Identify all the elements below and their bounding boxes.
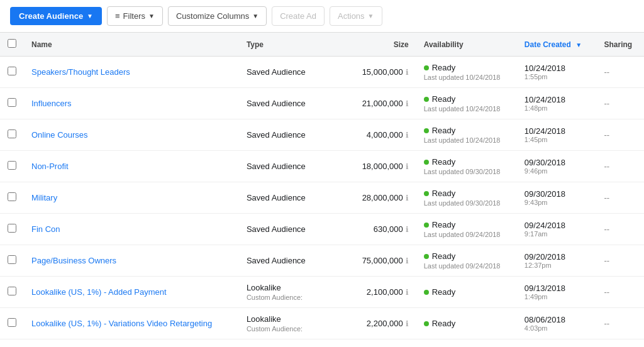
type-main: Saved Audience <box>247 162 318 171</box>
info-icon[interactable]: ℹ <box>406 131 409 140</box>
date-created-cell: 10/24/20181:45pm <box>517 119 597 151</box>
row-checkbox[interactable] <box>8 129 16 138</box>
audience-name-link[interactable]: Non-Profit <box>31 162 69 171</box>
info-icon[interactable]: ℹ <box>406 319 409 328</box>
audience-name-link[interactable]: Military <box>31 193 57 202</box>
date-created-column-header[interactable]: Date Created ▼ <box>517 33 597 57</box>
row-checkbox[interactable] <box>8 287 16 295</box>
audience-size-cell: 15,000,000ℹ <box>326 57 416 88</box>
time-value: 12:37pm <box>525 262 589 269</box>
info-icon[interactable]: ℹ <box>406 68 409 77</box>
type-sub: Custom Audience: <box>247 294 318 301</box>
table-row: Page/Business OwnersSaved Audience75,000… <box>0 245 644 277</box>
audience-type-cell: LookalikeCustom Audience: <box>239 308 326 339</box>
status-dot-icon <box>424 160 429 165</box>
audience-size-cell: 2,200,000ℹ <box>326 308 416 339</box>
audience-name-link[interactable]: Lookalike (US, 1%) - Variations Video Re… <box>31 319 212 328</box>
audience-name-link[interactable]: Fin Con <box>31 224 60 234</box>
audience-size-cell: 75,000,000ℹ <box>326 245 416 277</box>
info-icon[interactable]: ℹ <box>406 194 409 202</box>
audiences-table-container: Name Type Size Availability Date Created… <box>0 33 644 347</box>
filters-button[interactable]: ≡ Filters ▼ <box>107 6 163 26</box>
sharing-cell: -- <box>597 308 644 339</box>
date-created-cell: 10/24/20181:55pm <box>517 57 597 88</box>
status-text: Ready <box>432 63 456 72</box>
status-text: Ready <box>432 189 456 198</box>
status-dot-icon <box>424 65 429 70</box>
select-all-header[interactable] <box>0 33 24 57</box>
type-column-header: Type <box>239 33 326 57</box>
type-main: Saved Audience <box>247 130 318 140</box>
size-value: 18,000,000 <box>362 162 403 171</box>
row-checkbox-cell <box>0 182 24 214</box>
last-updated-text: Last updated 10/24/2018 <box>424 136 509 144</box>
date-created-cell: 09/20/201812:37pm <box>517 245 597 277</box>
row-checkbox[interactable] <box>8 224 16 233</box>
audience-name-link[interactable]: Speakers/Thought Leaders <box>31 67 130 77</box>
status-dot-icon <box>424 321 429 326</box>
last-updated-text: Last updated 09/30/2018 <box>424 168 509 175</box>
status-text: Ready <box>432 287 456 297</box>
audience-name-cell: Influencers <box>24 88 239 119</box>
info-icon[interactable]: ℹ <box>406 99 409 108</box>
audience-size-cell: 2,100,000ℹ <box>326 277 416 308</box>
row-checkbox[interactable] <box>8 255 16 264</box>
last-updated-text: Last updated 10/24/2018 <box>424 74 509 81</box>
toolbar: Create Audience ▼ ≡ Filters ▼ Customize … <box>0 0 644 33</box>
sharing-cell: -- <box>597 88 644 119</box>
date-created-cell: 08/06/20184:03pm <box>517 308 597 339</box>
audience-name-cell: Page/Business Owners <box>24 245 239 277</box>
size-value: 75,000,000 <box>362 256 403 265</box>
status-dot-icon <box>424 191 429 196</box>
info-icon[interactable]: ℹ <box>406 256 409 265</box>
audience-name-link[interactable]: Online Courses <box>31 130 88 140</box>
row-checkbox[interactable] <box>8 192 16 201</box>
sharing-cell: -- <box>597 119 644 151</box>
row-checkbox[interactable] <box>8 161 16 170</box>
audience-type-cell: Saved Audience <box>239 151 326 182</box>
type-main: Saved Audience <box>247 224 318 234</box>
create-ad-button: Create Ad <box>272 6 325 26</box>
audience-size-cell: 630,000ℹ <box>326 214 416 245</box>
size-value: 630,000 <box>374 224 403 234</box>
table-row: Lookalike (US, 1%) - Variations Video Re… <box>0 308 644 339</box>
audience-type-cell: Saved Audience <box>239 214 326 245</box>
table-row: InfluencersSaved Audience21,000,000ℹRead… <box>0 88 644 119</box>
type-sub: Custom Audience: <box>247 325 318 333</box>
size-value: 4,000,000 <box>367 130 403 140</box>
size-value: 15,000,000 <box>362 67 403 77</box>
table-row: Speakers/Thought LeadersSaved Audience15… <box>0 57 644 88</box>
status-dot-icon <box>424 290 429 295</box>
filters-chevron-icon: ▼ <box>148 13 155 19</box>
audiences-table: Name Type Size Availability Date Created… <box>0 33 644 347</box>
audience-type-cell: Saved Audience <box>239 182 326 214</box>
date-created-cell: 09/30/20189:46pm <box>517 151 597 182</box>
info-icon[interactable]: ℹ <box>406 225 409 234</box>
row-checkbox-cell <box>0 245 24 277</box>
row-checkbox-cell <box>0 119 24 151</box>
status-text: Ready <box>432 94 456 104</box>
row-checkbox[interactable] <box>8 318 16 327</box>
sharing-cell: -- <box>597 277 644 308</box>
audience-name-link[interactable]: Influencers <box>31 99 72 108</box>
audience-name-cell: Online Courses <box>24 119 239 151</box>
audience-name-link[interactable]: Lookalike (US, 1%) - Added Payment <box>31 287 167 297</box>
time-value: 1:55pm <box>525 73 589 80</box>
availability-cell: Ready <box>416 339 517 348</box>
time-value: 9:46pm <box>525 167 589 175</box>
row-checkbox[interactable] <box>8 67 16 75</box>
type-main: Saved Audience <box>247 67 318 77</box>
time-value: 1:48pm <box>525 104 589 112</box>
customize-columns-button[interactable]: Customize Columns ▼ <box>168 6 267 26</box>
availability-cell: ReadyLast updated 10/24/2018 <box>416 119 517 151</box>
audience-name-link[interactable]: Page/Business Owners <box>31 256 116 265</box>
sharing-cell: -- <box>597 339 644 348</box>
info-icon[interactable]: ℹ <box>406 162 409 171</box>
size-value: 2,200,000 <box>367 319 403 328</box>
create-audience-button[interactable]: Create Audience ▼ <box>10 7 102 25</box>
info-icon[interactable]: ℹ <box>406 288 409 297</box>
select-all-checkbox[interactable] <box>8 39 16 48</box>
row-checkbox[interactable] <box>8 98 16 107</box>
row-checkbox-cell <box>0 339 24 348</box>
table-row: Variations Video RetargetingCustom Audie… <box>0 339 644 348</box>
